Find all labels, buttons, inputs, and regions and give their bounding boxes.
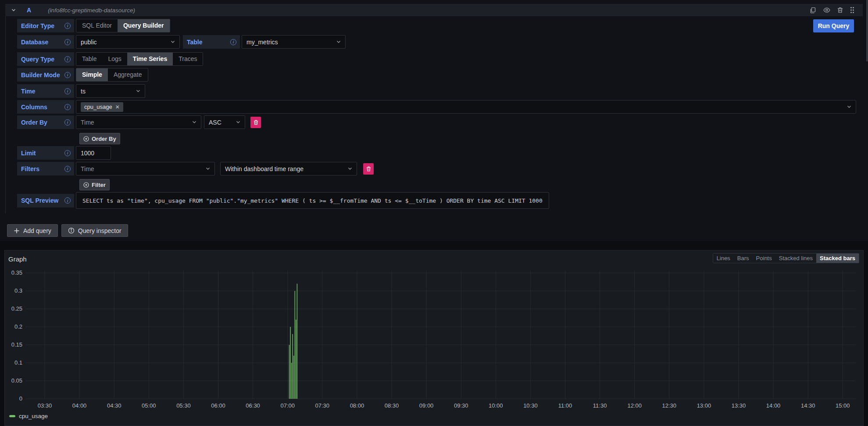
- svg-text:06:00: 06:00: [211, 402, 225, 409]
- table-label: Table i: [183, 35, 240, 49]
- order-by-direction-select[interactable]: ASC: [204, 115, 245, 129]
- builder-mode-label: Builder Mode i: [17, 68, 74, 82]
- columns-multiselect[interactable]: cpu_usage ✕: [76, 100, 856, 114]
- svg-text:0.35: 0.35: [11, 269, 22, 276]
- filter-condition-select[interactable]: Within dashboard time range: [220, 162, 357, 175]
- query-ref-id: A: [27, 7, 31, 14]
- svg-text:07:30: 07:30: [315, 402, 330, 409]
- info-icon[interactable]: i: [64, 166, 71, 172]
- svg-text:04:30: 04:30: [107, 402, 121, 409]
- svg-text:06:30: 06:30: [246, 402, 260, 409]
- svg-text:10:30: 10:30: [523, 402, 538, 409]
- svg-text:0.3: 0.3: [14, 287, 22, 294]
- order-by-column-select[interactable]: Time: [76, 115, 201, 129]
- datasource-name: (info8fcc-greptimedb-datasource): [48, 7, 135, 14]
- chevron-down-icon: [206, 167, 210, 170]
- svg-text:13:00: 13:00: [697, 402, 711, 409]
- chart-legend[interactable]: cpu_usage: [9, 413, 48, 419]
- svg-text:12:30: 12:30: [662, 402, 677, 409]
- svg-text:11:00: 11:00: [558, 402, 572, 409]
- time-label: Time i: [17, 84, 74, 98]
- drag-handle-icon[interactable]: [850, 7, 854, 14]
- sql-preview-label: SQL Preview i: [17, 194, 74, 208]
- editor-type-option-query-builder[interactable]: Query Builder: [118, 19, 170, 32]
- info-icon[interactable]: i: [230, 39, 236, 45]
- svg-text:11:30: 11:30: [593, 402, 607, 409]
- limit-label: Limit i: [17, 146, 74, 160]
- add-order-by-button[interactable]: Order By: [79, 133, 120, 144]
- builder-mode-option-aggregate[interactable]: Aggregate: [108, 68, 148, 81]
- svg-text:03:30: 03:30: [38, 402, 52, 409]
- svg-text:14:00: 14:00: [766, 402, 781, 409]
- svg-text:08:00: 08:00: [350, 402, 364, 409]
- svg-text:0.1: 0.1: [14, 359, 22, 366]
- chevron-down-icon: [336, 40, 341, 43]
- svg-text:09:00: 09:00: [419, 402, 434, 409]
- query-editor-section: A (info8fcc-greptimedb-datasource): [0, 0, 868, 241]
- legend-label[interactable]: cpu_usage: [19, 413, 48, 419]
- duplicate-query-icon[interactable]: [810, 7, 816, 14]
- svg-text:15:00: 15:00: [836, 402, 850, 409]
- column-tag-cpu-usage[interactable]: cpu_usage ✕: [81, 102, 123, 112]
- database-select[interactable]: public: [76, 35, 180, 49]
- database-label: Database i: [17, 35, 74, 49]
- svg-text:07:00: 07:00: [280, 402, 295, 409]
- editor-type-option-sql-editor[interactable]: SQL Editor: [76, 19, 118, 32]
- query-type-option-table[interactable]: Table: [76, 53, 102, 65]
- add-query-button[interactable]: Add query: [7, 224, 58, 237]
- info-icon[interactable]: i: [64, 23, 71, 29]
- query-type-option-traces[interactable]: Traces: [173, 53, 203, 65]
- info-icon[interactable]: i: [64, 39, 71, 45]
- query-type-option-logs[interactable]: Logs: [102, 53, 127, 65]
- chevron-down-icon: [192, 121, 196, 124]
- query-row-header[interactable]: A (info8fcc-greptimedb-datasource): [5, 4, 863, 16]
- graph-panel: Graph Lines Bars Points Stacked lines St…: [4, 250, 864, 426]
- query-type-radio-group: Table Logs Time Series Traces: [76, 52, 203, 66]
- columns-label: Columns i: [17, 100, 74, 114]
- remove-order-by-button[interactable]: [250, 117, 261, 128]
- filter-column-select[interactable]: Time: [76, 162, 215, 175]
- info-icon[interactable]: i: [64, 197, 71, 204]
- builder-mode-option-simple[interactable]: Simple: [76, 68, 108, 81]
- query-type-option-time-series[interactable]: Time Series: [127, 53, 173, 65]
- hide-response-eye-icon[interactable]: [823, 7, 830, 13]
- builder-mode-radio-group: Simple Aggregate: [76, 68, 148, 82]
- editor-type-radio-group: SQL Editor Query Builder: [76, 19, 170, 32]
- chevron-down-icon: [847, 105, 851, 108]
- run-query-button[interactable]: Run Query: [813, 19, 854, 32]
- chevron-down-icon: [348, 167, 352, 170]
- svg-text:0.05: 0.05: [11, 377, 22, 384]
- svg-text:05:30: 05:30: [176, 402, 191, 409]
- time-series-chart[interactable]: 00.050.10.150.20.250.30.3503:3004:0004:3…: [5, 251, 864, 426]
- info-icon[interactable]: i: [64, 56, 71, 62]
- order-by-label: Order By i: [17, 115, 74, 129]
- sql-preview-code: SELECT ts as "time", cpu_usage FROM "pub…: [76, 192, 549, 209]
- svg-text:10:00: 10:00: [489, 402, 503, 409]
- remove-filter-button[interactable]: [363, 163, 374, 175]
- chevron-down-icon: [236, 121, 240, 124]
- time-column-select[interactable]: ts: [76, 84, 145, 98]
- query-inspector-button[interactable]: Query inspector: [61, 224, 128, 237]
- info-icon[interactable]: i: [64, 104, 71, 110]
- info-icon[interactable]: i: [64, 119, 71, 125]
- svg-text:0.15: 0.15: [11, 341, 22, 348]
- legend-swatch-cpu-usage: [9, 415, 15, 417]
- add-filter-button[interactable]: Filter: [79, 179, 110, 190]
- table-select[interactable]: my_metrics: [242, 35, 346, 49]
- svg-text:14:30: 14:30: [801, 402, 815, 409]
- limit-input[interactable]: 1000: [76, 146, 111, 160]
- filters-label: Filters i: [17, 162, 74, 175]
- svg-text:08:30: 08:30: [385, 402, 399, 409]
- query-type-label: Query Type i: [17, 52, 74, 66]
- grafana-query-editor-page: A (info8fcc-greptimedb-datasource): [0, 0, 868, 426]
- remove-query-trash-icon[interactable]: [837, 7, 843, 13]
- svg-text:0.25: 0.25: [11, 305, 22, 312]
- collapse-chevron-icon[interactable]: [11, 8, 16, 12]
- info-icon[interactable]: i: [64, 88, 71, 94]
- svg-text:05:00: 05:00: [142, 402, 156, 409]
- info-icon[interactable]: i: [64, 72, 71, 78]
- remove-tag-icon[interactable]: ✕: [115, 104, 120, 110]
- info-icon[interactable]: i: [64, 150, 71, 156]
- editor-type-label: Editor Type i: [17, 19, 74, 32]
- scrollbar-thumb[interactable]: [866, 0, 868, 61]
